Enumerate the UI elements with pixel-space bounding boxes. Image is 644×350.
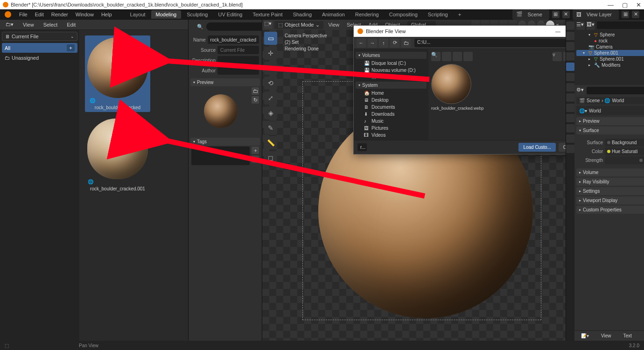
- pi-data-icon[interactable]: [566, 124, 574, 133]
- tab-compositing[interactable]: Compositing: [385, 10, 422, 19]
- asset-item-1[interactable]: 🌐 rock_boulder_cracked.001: [85, 119, 150, 191]
- tab-layout[interactable]: Layout: [126, 10, 150, 19]
- tags-header[interactable]: Tags: [190, 138, 260, 146]
- te-view[interactable]: View: [597, 332, 615, 339]
- ab-view[interactable]: View: [20, 21, 37, 28]
- ab-select[interactable]: Select: [41, 21, 61, 28]
- close-button[interactable]: ✕: [636, 1, 641, 8]
- color-select[interactable]: Hue Saturati: [605, 147, 644, 155]
- ol-rock[interactable]: ● rock: [576, 38, 644, 44]
- annotate-tool-icon[interactable]: ✎: [264, 121, 277, 134]
- display-icon[interactable]: [563, 52, 566, 61]
- back-icon[interactable]: ←: [357, 38, 366, 48]
- pi-output-icon[interactable]: [566, 32, 574, 40]
- strength-field[interactable]: 0.020: [605, 156, 644, 164]
- pi-particle-icon[interactable]: [566, 93, 574, 102]
- addcube-tool-icon[interactable]: ◻: [264, 151, 277, 164]
- scene-del-icon[interactable]: ✕: [562, 11, 570, 18]
- ol-sphere001[interactable]: ▾▽ Sphere.001👁 📷: [576, 50, 644, 56]
- catalog-all[interactable]: All ＋: [2, 43, 77, 53]
- sec-volume[interactable]: Volume: [576, 168, 644, 176]
- prop-search-input[interactable]: [587, 87, 644, 94]
- author-field[interactable]: [217, 66, 259, 75]
- menu-help[interactable]: Help: [98, 10, 115, 19]
- load-preview-icon[interactable]: 🗀: [252, 87, 259, 95]
- sys-docs[interactable]: 🗎Documents: [356, 104, 427, 111]
- vol-d[interactable]: 💾Nouveau volume (D:): [356, 67, 427, 74]
- menu-edit[interactable]: Edit: [32, 10, 47, 19]
- sys-desktop[interactable]: 🖥Desktop: [356, 97, 427, 104]
- cancel-button[interactable]: Cancel: [559, 143, 566, 152]
- pi-material-icon[interactable]: [566, 134, 574, 143]
- fwd-icon[interactable]: →: [368, 38, 377, 48]
- system-header[interactable]: System: [356, 82, 427, 89]
- editor-type-icon[interactable]: 🗀▾: [3, 21, 16, 28]
- tab-shading[interactable]: Shading: [288, 10, 316, 19]
- catalog-unassigned[interactable]: 🗀 Unassigned: [2, 54, 77, 62]
- sec-ray[interactable]: Ray Visibility: [576, 178, 644, 186]
- filename-field[interactable]: r...: [357, 143, 367, 151]
- filter-icon[interactable]: ▿: [553, 52, 562, 61]
- pi-viewlayer-icon[interactable]: [566, 42, 574, 50]
- prop-type-icon[interactable]: ⚙▾: [576, 87, 585, 95]
- te-text[interactable]: Text: [620, 332, 636, 339]
- tab-modeling[interactable]: Modeling: [151, 10, 182, 19]
- vp-view[interactable]: View: [325, 21, 342, 28]
- mode-select[interactable]: ⬚ Object Mode ⌄: [274, 21, 323, 29]
- dlg-search-icon[interactable]: 🔍: [431, 52, 441, 61]
- name-field[interactable]: rock_boulder_cracked: [208, 35, 259, 44]
- pi-physics-icon[interactable]: [566, 104, 574, 112]
- te-templates[interactable]: Templates: [640, 332, 644, 339]
- sort-icon[interactable]: [463, 52, 473, 61]
- menu-window[interactable]: Window: [72, 10, 97, 19]
- sec-preview[interactable]: Preview: [576, 117, 644, 125]
- sys-fonts[interactable]: FFonts: [356, 139, 427, 140]
- sec-custom[interactable]: Custom Properties: [576, 206, 644, 214]
- sys-home[interactable]: 🏠Home: [356, 90, 427, 97]
- minimize-button[interactable]: —: [608, 1, 614, 8]
- scene-new-icon[interactable]: ⊞: [552, 11, 560, 18]
- viewlayer-del-icon[interactable]: ✕: [632, 11, 639, 18]
- desc-field[interactable]: [217, 56, 259, 64]
- sys-pics[interactable]: 🖼Pictures: [356, 125, 427, 132]
- pi-world-icon[interactable]: [566, 63, 574, 71]
- vol-dots[interactable]: …: [356, 74, 427, 81]
- vol-c[interactable]: 💾Disque local (C:): [356, 60, 427, 67]
- ol-search-input[interactable]: [597, 21, 644, 29]
- ol-type-icon[interactable]: ☰▾: [576, 21, 585, 30]
- newdir-icon[interactable]: 🗀: [401, 38, 411, 48]
- file-item[interactable]: rock_boulder_cracked.webp: [431, 64, 474, 111]
- tab-rendering[interactable]: Rendering: [350, 10, 384, 19]
- pi-texture-icon[interactable]: [566, 145, 574, 153]
- view-thumb-icon[interactable]: [453, 52, 462, 61]
- tab-scripting[interactable]: Scripting: [423, 10, 453, 19]
- rotate-tool-icon[interactable]: ⟲: [264, 77, 277, 90]
- pi-modifier-icon[interactable]: [566, 83, 574, 91]
- pi-scene-icon[interactable]: [566, 52, 574, 61]
- ol-sphere[interactable]: ▾▽ Sphere: [576, 32, 644, 38]
- cursor-tool-icon[interactable]: ✛: [264, 47, 277, 60]
- sec-settings[interactable]: Settings: [576, 187, 644, 195]
- volumes-header[interactable]: Volumes: [356, 52, 427, 59]
- dlg-min-icon[interactable]: —: [555, 28, 560, 35]
- tab-anim[interactable]: Animation: [317, 10, 350, 19]
- up-icon[interactable]: ↑: [379, 38, 388, 48]
- preview-header[interactable]: Preview: [190, 78, 260, 86]
- scene-select[interactable]: 🎬 Scene: [512, 9, 549, 20]
- path-field[interactable]: C:\U...: [414, 39, 566, 47]
- remove-tag-icon[interactable]: −: [252, 155, 259, 163]
- transform-tool-icon[interactable]: ◈: [264, 106, 277, 119]
- tab-sculpting[interactable]: Sculpting: [182, 10, 212, 19]
- viewlayer-new-icon[interactable]: ⊞: [622, 11, 629, 18]
- ol-camera[interactable]: 📷 Camera: [576, 44, 644, 50]
- asset-item-0[interactable]: 🌐 rock_boulder_cracked: [85, 35, 150, 112]
- pi-constraint-icon[interactable]: [566, 114, 574, 122]
- sec-surface[interactable]: Surface: [576, 126, 644, 134]
- sec-viewport[interactable]: Viewport Display: [576, 196, 644, 204]
- breadcrumb[interactable]: 🎬 Scene › 🌐 World: [576, 97, 644, 104]
- viewlayer-select[interactable]: 🖼 View Layer: [573, 9, 619, 20]
- sys-downloads[interactable]: ⬇Downloads: [356, 111, 427, 118]
- pi-render-icon[interactable]: [566, 21, 574, 30]
- gen-preview-icon[interactable]: ↻: [252, 96, 259, 104]
- tab-add[interactable]: +: [454, 10, 466, 19]
